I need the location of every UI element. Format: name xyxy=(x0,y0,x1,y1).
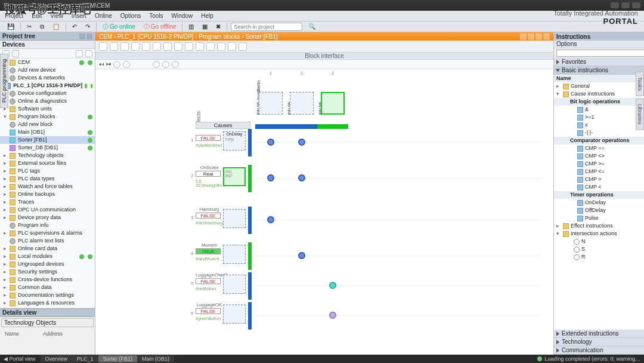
editor-tool-icon[interactable] xyxy=(131,42,140,51)
menu-help[interactable]: Help xyxy=(201,13,213,19)
tree-node[interactable]: ▾PLC_1 [CPU 1516-3 PN/DP] xyxy=(0,82,95,90)
tree-node[interactable]: Add new device xyxy=(0,66,95,74)
instruction-node[interactable]: Bit logic operations xyxy=(554,98,644,106)
tree-node[interactable]: ▸PLC tags xyxy=(0,167,95,175)
editor-tool-icon[interactable] xyxy=(185,42,193,51)
cut-icon[interactable]: ✂ xyxy=(24,23,34,31)
expand-icon[interactable]: ▸ xyxy=(2,214,7,222)
copy-icon[interactable]: ⧉ xyxy=(38,23,47,31)
instruction-node[interactable]: ▸General xyxy=(554,82,644,90)
editor-tool-icon[interactable] xyxy=(228,42,236,51)
editor-tool-icon[interactable] xyxy=(217,42,225,51)
tree-node[interactable]: Devices & networks xyxy=(0,74,95,82)
details-view-header[interactable]: Details view xyxy=(0,309,95,317)
cause-row[interactable]: 5 LuggageCheck FALSE #redButton xyxy=(196,272,250,300)
tree-node[interactable]: ▸OPC UA communication xyxy=(0,206,95,214)
instruction-node[interactable]: CMP < xyxy=(554,183,644,191)
cause-value[interactable]: FALSE xyxy=(196,308,221,314)
cause-block[interactable] xyxy=(223,275,246,294)
expand-icon[interactable]: ▸ xyxy=(2,159,7,167)
nav-icon[interactable] xyxy=(113,61,120,68)
tree-node[interactable]: ▸PLC supervisions & alarms xyxy=(0,229,95,237)
expand-icon[interactable]: ▸ xyxy=(556,82,561,90)
tree-node[interactable]: Device configuration xyxy=(0,90,95,97)
tree-node[interactable]: ▸External source files xyxy=(0,159,95,167)
expand-icon[interactable]: ▸ xyxy=(2,245,7,253)
editor-tool-icon[interactable] xyxy=(153,42,161,51)
editor-tool-icon[interactable] xyxy=(206,42,215,51)
intersection-action[interactable] xyxy=(267,174,274,182)
crumb-max-icon[interactable] xyxy=(535,33,542,40)
nav-icon[interactable] xyxy=(123,61,130,68)
menu-tools[interactable]: Tools xyxy=(149,13,163,19)
instruction-node[interactable]: ▾Intersection actions xyxy=(554,230,644,238)
status-tab[interactable]: Main (OB1) xyxy=(137,355,174,362)
expand-icon[interactable]: ▸ xyxy=(2,260,7,268)
tree-node[interactable]: ▾Program blocks xyxy=(0,113,95,121)
collapse-icon[interactable] xyxy=(79,33,85,39)
favorites-section[interactable]: Favorites xyxy=(554,58,644,66)
editor-tool-icon[interactable] xyxy=(99,42,107,51)
instruction-node[interactable]: N xyxy=(554,238,644,245)
editor-tool-icon[interactable] xyxy=(110,42,118,51)
menu-online[interactable]: Online xyxy=(95,13,112,19)
tree-tool-icon[interactable] xyxy=(12,50,19,57)
tree-node[interactable]: ▸Technology objects xyxy=(0,152,95,159)
expand-icon[interactable]: ▸ xyxy=(2,206,7,214)
expand-icon[interactable]: ▸ xyxy=(2,291,7,299)
editor-tool-icon[interactable] xyxy=(120,42,129,51)
expand-icon[interactable]: ▸ xyxy=(2,152,7,159)
editor-tool-icon[interactable] xyxy=(239,42,247,51)
tool-icon[interactable]: ▥ xyxy=(186,23,196,31)
crumb-min-icon[interactable] xyxy=(520,33,527,40)
status-tab[interactable]: PLC_1 xyxy=(72,355,98,362)
tree-node[interactable]: Main [OB1] xyxy=(0,128,95,136)
tree-node[interactable]: ▸Online backups xyxy=(0,190,95,198)
pin-icon[interactable] xyxy=(86,33,92,39)
expand-icon[interactable]: ▸ xyxy=(2,276,7,284)
intersection-action[interactable] xyxy=(298,252,305,259)
instruction-node[interactable]: ▸Effect instructions xyxy=(554,222,644,230)
devices-header[interactable]: Devices xyxy=(0,41,95,49)
expand-icon[interactable]: ▸ xyxy=(2,229,7,237)
effect-column[interactable]: 3 FALSE #collectItem xyxy=(317,72,348,129)
instruction-node[interactable]: & xyxy=(554,106,644,113)
effect-column[interactable]: 2 FALSE #sortMunich xyxy=(286,72,317,129)
instruction-node[interactable]: OffDelay xyxy=(554,207,644,214)
expand-icon[interactable]: ▸ xyxy=(2,284,7,291)
details-tab[interactable]: Technology Objects xyxy=(1,318,94,327)
crumb-restore-icon[interactable] xyxy=(528,33,534,40)
cause-row[interactable]: 4 Munich TRUE #destMunich xyxy=(196,242,250,270)
go-offline-button[interactable]: ⓘ Go offline xyxy=(141,23,179,31)
nav-next-icon[interactable] xyxy=(172,61,179,68)
search-input[interactable] xyxy=(231,23,302,31)
tree-node[interactable]: Program info xyxy=(0,222,95,229)
tree-node[interactable]: Sorter_DB [DB1] xyxy=(0,144,95,152)
section-extended-instructions[interactable]: Extended instructions xyxy=(554,330,644,338)
expand-icon[interactable]: ▸ xyxy=(2,175,7,183)
nav-icon[interactable]: ↤ xyxy=(99,61,104,67)
close-icon[interactable] xyxy=(632,2,640,8)
effect-column[interactable]: 1 FALSE #sortBerlin xyxy=(255,72,286,129)
expand-icon[interactable]: ▸ xyxy=(2,167,7,175)
tree-node[interactable]: Online & diagnostics xyxy=(0,97,95,105)
menu-window[interactable]: Window xyxy=(172,13,193,19)
editor-tool-icon[interactable] xyxy=(163,42,172,51)
tree-node[interactable]: ▸Traces xyxy=(0,198,95,206)
save-project-icon[interactable]: 💾 xyxy=(5,23,17,31)
instruction-node[interactable]: Comparator operations xyxy=(554,137,644,144)
tool-icon[interactable]: ▦ xyxy=(200,23,210,31)
expand-icon[interactable]: ▾ xyxy=(2,113,7,121)
tree-node[interactable]: Sorter [FB1] xyxy=(0,136,95,144)
instruction-node[interactable]: CMP <> xyxy=(554,152,644,160)
expand-icon[interactable]: ▸ xyxy=(2,198,7,206)
nav-first-icon[interactable] xyxy=(153,61,160,68)
cause-row[interactable]: 1 FALSE #startItemRed OnDelayT#5s xyxy=(196,129,250,156)
instruction-node[interactable]: OnDelay xyxy=(554,199,644,207)
expand-icon[interactable]: ▾ xyxy=(556,230,561,238)
expand-icon[interactable]: ▸ xyxy=(2,268,7,276)
search-icon[interactable]: 🔍 xyxy=(306,23,318,31)
tree-node[interactable]: ▸Device proxy data xyxy=(0,214,95,222)
basic-instructions-section[interactable]: Basic instructions xyxy=(554,66,644,75)
nav-prev-icon[interactable] xyxy=(162,61,169,68)
